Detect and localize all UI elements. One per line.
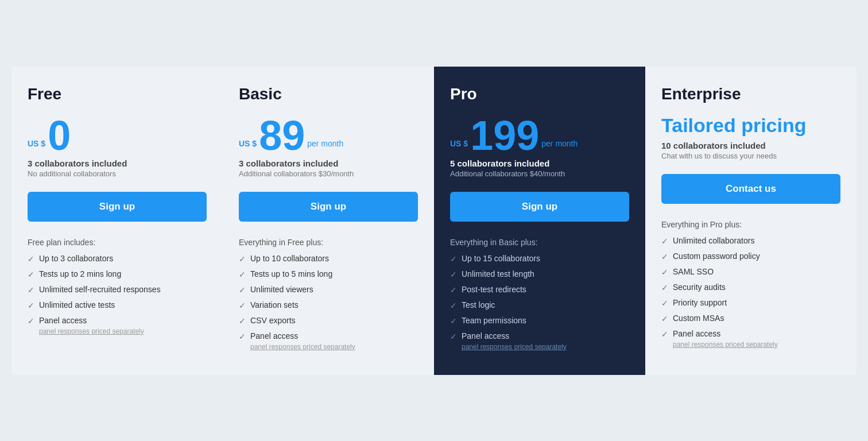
checkmark-icon: ✓: [239, 285, 246, 295]
price-row-basic: US $89per month: [239, 115, 418, 156]
feature-text-basic-4: CSV exports: [250, 316, 296, 325]
cta-button-basic[interactable]: Sign up: [239, 192, 418, 222]
price-amount-basic: 89: [259, 115, 305, 156]
collaborators-main-free: 3 collaborators included: [28, 158, 207, 168]
panel-item-free-4: Panel accesspanel responses priced separ…: [39, 316, 144, 335]
checkmark-icon: ✓: [661, 314, 668, 323]
panel-item-enterprise-6: Panel accesspanel responses priced separ…: [673, 329, 778, 349]
checkmark-icon: ✓: [239, 332, 246, 341]
checkmark-icon: ✓: [239, 254, 246, 264]
checkmark-icon: ✓: [661, 299, 668, 308]
checkmark-icon: ✓: [661, 330, 668, 339]
checkmark-icon: ✓: [28, 254, 34, 264]
checkmark-icon: ✓: [661, 237, 668, 246]
feature-text-free-0: Up to 3 collaborators: [39, 254, 113, 263]
feature-item-basic-3: ✓Variation sets: [239, 300, 418, 310]
feature-text-enterprise-4: Priority support: [673, 298, 727, 307]
collaborators-sub-pro: Additional collaborators $40/month: [450, 169, 629, 178]
feature-list-basic: ✓Up to 10 collaborators✓Tests up to 5 mi…: [239, 254, 418, 351]
checkmark-icon: ✓: [28, 301, 34, 310]
panel-note-enterprise-6: panel responses priced separately: [673, 341, 778, 349]
feature-text-basic-2: Unlimited viewers: [250, 285, 313, 294]
price-period-pro: per month: [541, 139, 578, 156]
feature-item-enterprise-5: ✓Custom MSAs: [661, 314, 840, 323]
feature-text-enterprise-2: SAML SSO: [673, 267, 714, 276]
feature-text-enterprise-6: Panel access: [673, 329, 778, 338]
panel-note-free-4: panel responses priced separately: [39, 327, 144, 335]
feature-item-enterprise-0: ✓Unlimited collaborators: [661, 236, 840, 246]
feature-item-free-2: ✓Unlimited self-recruited responses: [28, 285, 207, 295]
checkmark-icon: ✓: [450, 332, 457, 341]
price-period-basic: per month: [307, 139, 343, 156]
feature-item-free-4: ✓Panel accesspanel responses priced sepa…: [28, 316, 207, 335]
collaborators-sub-free: No additional collaborators: [28, 169, 207, 178]
collaborators-main-basic: 3 collaborators included: [239, 158, 418, 168]
checkmark-icon: ✓: [450, 316, 457, 326]
checkmark-icon: ✓: [661, 283, 668, 292]
feature-item-pro-5: ✓Panel accesspanel responses priced sepa…: [450, 331, 629, 351]
feature-text-free-1: Tests up to 2 mins long: [39, 269, 121, 278]
currency-pro: US $: [450, 139, 468, 156]
checkmark-icon: ✓: [28, 285, 34, 295]
feature-text-enterprise-5: Custom MSAs: [673, 314, 724, 323]
feature-list-free: ✓Up to 3 collaborators✓Tests up to 2 min…: [28, 254, 207, 335]
features-intro-basic: Everything in Free plus:: [239, 238, 418, 247]
plan-card-basic: BasicUS $89per month3 collaborators incl…: [223, 67, 434, 375]
feature-item-free-0: ✓Up to 3 collaborators: [28, 254, 207, 264]
feature-item-enterprise-2: ✓SAML SSO: [661, 267, 840, 277]
pricing-grid: FreeUS $03 collaborators includedNo addi…: [11, 67, 857, 375]
feature-item-enterprise-3: ✓Security audits: [661, 283, 840, 292]
feature-item-pro-0: ✓Up to 15 collaborators: [450, 254, 629, 264]
panel-note-pro-5: panel responses priced separately: [462, 343, 567, 351]
feature-item-free-1: ✓Tests up to 2 mins long: [28, 269, 207, 279]
feature-item-basic-2: ✓Unlimited viewers: [239, 285, 418, 295]
checkmark-icon: ✓: [28, 316, 34, 326]
checkmark-icon: ✓: [239, 270, 246, 279]
cta-button-pro[interactable]: Sign up: [450, 192, 629, 222]
plan-card-pro: ProUS $199per month5 collaborators inclu…: [434, 67, 645, 375]
feature-item-pro-3: ✓Test logic: [450, 300, 629, 310]
plan-name-pro: Pro: [450, 85, 629, 103]
checkmark-icon: ✓: [450, 270, 457, 279]
feature-text-free-4: Panel access: [39, 316, 144, 325]
checkmark-icon: ✓: [239, 301, 246, 310]
plan-name-basic: Basic: [239, 85, 418, 103]
feature-item-basic-0: ✓Up to 10 collaborators: [239, 254, 418, 264]
panel-item-basic-5: Panel accesspanel responses priced separ…: [250, 331, 355, 351]
feature-text-pro-4: Team permissions: [462, 316, 526, 325]
feature-text-pro-3: Test logic: [462, 300, 495, 310]
price-row-pro: US $199per month: [450, 115, 629, 156]
checkmark-icon: ✓: [450, 254, 457, 264]
cta-button-free[interactable]: Sign up: [28, 192, 207, 222]
features-intro-enterprise: Everything in Pro plus:: [661, 220, 840, 229]
feature-text-pro-1: Unlimited test length: [462, 269, 534, 278]
plan-name-enterprise: Enterprise: [661, 85, 840, 103]
feature-item-pro-4: ✓Team permissions: [450, 316, 629, 326]
feature-text-basic-0: Up to 10 collaborators: [250, 254, 329, 263]
feature-text-pro-2: Post-test redirects: [462, 285, 526, 294]
feature-item-basic-1: ✓Tests up to 5 mins long: [239, 269, 418, 279]
checkmark-icon: ✓: [28, 270, 34, 279]
feature-text-free-3: Unlimited active tests: [39, 300, 115, 310]
features-intro-pro: Everything in Basic plus:: [450, 238, 629, 247]
plan-tailored-enterprise: Tailored pricing: [661, 115, 840, 136]
feature-text-enterprise-3: Security audits: [673, 283, 726, 292]
collaborators-sub-basic: Additional collaborators $30/month: [239, 169, 418, 178]
feature-item-basic-4: ✓CSV exports: [239, 316, 418, 326]
feature-text-enterprise-1: Custom password policy: [673, 252, 760, 261]
panel-item-pro-5: Panel accesspanel responses priced separ…: [462, 331, 567, 351]
feature-text-basic-3: Variation sets: [250, 300, 299, 310]
feature-text-basic-1: Tests up to 5 mins long: [250, 269, 332, 278]
collaborators-main-pro: 5 collaborators included: [450, 158, 629, 168]
currency-basic: US $: [239, 139, 257, 156]
feature-item-pro-1: ✓Unlimited test length: [450, 269, 629, 279]
price-amount-free: 0: [48, 115, 71, 156]
checkmark-icon: ✓: [450, 301, 457, 310]
feature-item-enterprise-4: ✓Priority support: [661, 298, 840, 308]
plan-card-enterprise: EnterpriseTailored pricing10 collaborato…: [645, 67, 857, 375]
cta-button-enterprise[interactable]: Contact us: [661, 174, 840, 204]
price-row-free: US $0: [28, 115, 207, 156]
checkmark-icon: ✓: [239, 316, 246, 326]
feature-item-free-3: ✓Unlimited active tests: [28, 300, 207, 310]
checkmark-icon: ✓: [450, 285, 457, 295]
